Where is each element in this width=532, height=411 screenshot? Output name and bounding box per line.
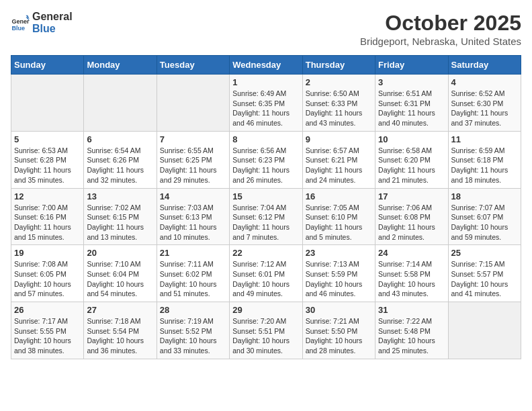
day-number: 4 bbox=[451, 77, 518, 87]
calendar-cell bbox=[448, 302, 521, 359]
calendar-cell: 1Sunrise: 6:49 AMSunset: 6:35 PMDaylight… bbox=[230, 75, 302, 132]
location-subtitle: Bridgeport, Nebraska, United States bbox=[360, 36, 521, 47]
day-info: Sunrise: 7:21 AMSunset: 5:50 PMDaylight:… bbox=[306, 316, 372, 356]
calendar-cell: 12Sunrise: 7:00 AMSunset: 6:16 PMDayligh… bbox=[11, 188, 84, 245]
day-number: 25 bbox=[451, 248, 518, 258]
logo-general-text: General bbox=[32, 11, 73, 23]
day-number: 2 bbox=[306, 77, 372, 87]
week-row-5: 26Sunrise: 7:17 AMSunset: 5:55 PMDayligh… bbox=[11, 302, 521, 359]
day-info: Sunrise: 6:58 AMSunset: 6:20 PMDaylight:… bbox=[378, 146, 445, 185]
weekday-header-friday: Friday bbox=[375, 56, 448, 75]
calendar-cell: 31Sunrise: 7:22 AMSunset: 5:48 PMDayligh… bbox=[375, 302, 448, 359]
day-info: Sunrise: 6:51 AMSunset: 6:31 PMDaylight:… bbox=[378, 89, 445, 128]
day-info: Sunrise: 6:50 AMSunset: 6:33 PMDaylight:… bbox=[306, 89, 372, 128]
day-info: Sunrise: 6:57 AMSunset: 6:21 PMDaylight:… bbox=[306, 146, 372, 185]
day-number: 16 bbox=[306, 191, 372, 201]
logo-blue-text: Blue bbox=[32, 23, 73, 35]
calendar-cell: 27Sunrise: 7:18 AMSunset: 5:54 PMDayligh… bbox=[84, 302, 157, 359]
weekday-header-tuesday: Tuesday bbox=[157, 56, 229, 75]
calendar-cell: 20Sunrise: 7:10 AMSunset: 6:04 PMDayligh… bbox=[84, 245, 157, 302]
day-number: 23 bbox=[306, 248, 372, 258]
calendar-cell: 8Sunrise: 6:56 AMSunset: 6:23 PMDaylight… bbox=[230, 131, 302, 188]
day-info: Sunrise: 7:00 AMSunset: 6:16 PMDaylight:… bbox=[14, 203, 81, 242]
day-number: 1 bbox=[232, 77, 299, 87]
week-row-2: 5Sunrise: 6:53 AMSunset: 6:28 PMDaylight… bbox=[11, 131, 521, 188]
calendar-cell: 9Sunrise: 6:57 AMSunset: 6:21 PMDaylight… bbox=[302, 131, 375, 188]
calendar-cell: 5Sunrise: 6:53 AMSunset: 6:28 PMDaylight… bbox=[11, 131, 84, 188]
day-info: Sunrise: 6:55 AMSunset: 6:25 PMDaylight:… bbox=[160, 146, 226, 185]
page-header: General Blue General Blue October 2025 B… bbox=[11, 11, 521, 47]
calendar-cell: 23Sunrise: 7:13 AMSunset: 5:59 PMDayligh… bbox=[302, 245, 375, 302]
day-info: Sunrise: 7:04 AMSunset: 6:12 PMDaylight:… bbox=[232, 203, 299, 242]
day-number: 11 bbox=[451, 134, 518, 144]
day-number: 10 bbox=[378, 134, 445, 144]
day-number: 9 bbox=[306, 134, 372, 144]
weekday-header-wednesday: Wednesday bbox=[230, 56, 302, 75]
day-info: Sunrise: 6:59 AMSunset: 6:18 PMDaylight:… bbox=[451, 146, 518, 185]
calendar-cell: 16Sunrise: 7:05 AMSunset: 6:10 PMDayligh… bbox=[302, 188, 375, 245]
day-info: Sunrise: 7:10 AMSunset: 6:04 PMDaylight:… bbox=[87, 259, 153, 299]
calendar-body: 1Sunrise: 6:49 AMSunset: 6:35 PMDaylight… bbox=[11, 75, 521, 359]
calendar-cell: 19Sunrise: 7:08 AMSunset: 6:05 PMDayligh… bbox=[11, 245, 84, 302]
day-info: Sunrise: 7:02 AMSunset: 6:15 PMDaylight:… bbox=[87, 203, 153, 242]
day-info: Sunrise: 7:07 AMSunset: 6:07 PMDaylight:… bbox=[451, 203, 518, 242]
calendar-cell: 17Sunrise: 7:06 AMSunset: 6:08 PMDayligh… bbox=[375, 188, 448, 245]
day-info: Sunrise: 6:54 AMSunset: 6:26 PMDaylight:… bbox=[87, 146, 153, 185]
day-info: Sunrise: 7:08 AMSunset: 6:05 PMDaylight:… bbox=[14, 259, 81, 299]
calendar-cell bbox=[84, 75, 157, 132]
day-number: 26 bbox=[14, 305, 81, 315]
calendar-cell: 21Sunrise: 7:11 AMSunset: 6:02 PMDayligh… bbox=[157, 245, 229, 302]
week-row-1: 1Sunrise: 6:49 AMSunset: 6:35 PMDaylight… bbox=[11, 75, 521, 132]
weekday-header-sunday: Sunday bbox=[11, 56, 84, 75]
logo-icon: General Blue bbox=[11, 13, 30, 32]
day-number: 20 bbox=[87, 248, 153, 258]
calendar-cell: 29Sunrise: 7:20 AMSunset: 5:51 PMDayligh… bbox=[230, 302, 302, 359]
day-info: Sunrise: 6:56 AMSunset: 6:23 PMDaylight:… bbox=[232, 146, 299, 185]
day-info: Sunrise: 7:11 AMSunset: 6:02 PMDaylight:… bbox=[160, 259, 226, 299]
weekday-row: SundayMondayTuesdayWednesdayThursdayFrid… bbox=[11, 56, 521, 75]
calendar-cell: 7Sunrise: 6:55 AMSunset: 6:25 PMDaylight… bbox=[157, 131, 229, 188]
calendar-cell: 6Sunrise: 6:54 AMSunset: 6:26 PMDaylight… bbox=[84, 131, 157, 188]
day-info: Sunrise: 7:20 AMSunset: 5:51 PMDaylight:… bbox=[232, 316, 299, 356]
day-info: Sunrise: 7:03 AMSunset: 6:13 PMDaylight:… bbox=[160, 203, 226, 242]
day-info: Sunrise: 6:53 AMSunset: 6:28 PMDaylight:… bbox=[14, 146, 81, 185]
day-info: Sunrise: 7:06 AMSunset: 6:08 PMDaylight:… bbox=[378, 203, 445, 242]
calendar-cell: 28Sunrise: 7:19 AMSunset: 5:52 PMDayligh… bbox=[157, 302, 229, 359]
day-number: 18 bbox=[451, 191, 518, 201]
day-number: 7 bbox=[160, 134, 226, 144]
day-number: 15 bbox=[232, 191, 299, 201]
day-number: 3 bbox=[378, 77, 445, 87]
day-info: Sunrise: 7:18 AMSunset: 5:54 PMDaylight:… bbox=[87, 316, 153, 356]
day-info: Sunrise: 7:05 AMSunset: 6:10 PMDaylight:… bbox=[306, 203, 372, 242]
day-info: Sunrise: 6:52 AMSunset: 6:30 PMDaylight:… bbox=[451, 89, 518, 128]
calendar-cell: 24Sunrise: 7:14 AMSunset: 5:58 PMDayligh… bbox=[375, 245, 448, 302]
calendar-cell: 30Sunrise: 7:21 AMSunset: 5:50 PMDayligh… bbox=[302, 302, 375, 359]
day-number: 14 bbox=[160, 191, 226, 201]
day-number: 28 bbox=[160, 305, 226, 315]
day-number: 12 bbox=[14, 191, 81, 201]
day-info: Sunrise: 7:19 AMSunset: 5:52 PMDaylight:… bbox=[160, 316, 226, 356]
week-row-4: 19Sunrise: 7:08 AMSunset: 6:05 PMDayligh… bbox=[11, 245, 521, 302]
day-number: 29 bbox=[232, 305, 299, 315]
calendar-cell: 3Sunrise: 6:51 AMSunset: 6:31 PMDaylight… bbox=[375, 75, 448, 132]
calendar-cell bbox=[11, 75, 84, 132]
day-info: Sunrise: 6:49 AMSunset: 6:35 PMDaylight:… bbox=[232, 89, 299, 128]
day-number: 22 bbox=[232, 248, 299, 258]
calendar-header: SundayMondayTuesdayWednesdayThursdayFrid… bbox=[11, 56, 521, 75]
calendar-cell: 2Sunrise: 6:50 AMSunset: 6:33 PMDaylight… bbox=[302, 75, 375, 132]
calendar-cell: 22Sunrise: 7:12 AMSunset: 6:01 PMDayligh… bbox=[230, 245, 302, 302]
calendar-cell: 26Sunrise: 7:17 AMSunset: 5:55 PMDayligh… bbox=[11, 302, 84, 359]
calendar-table: SundayMondayTuesdayWednesdayThursdayFrid… bbox=[11, 55, 521, 359]
day-number: 27 bbox=[87, 305, 153, 315]
calendar-cell: 18Sunrise: 7:07 AMSunset: 6:07 PMDayligh… bbox=[448, 188, 521, 245]
day-number: 17 bbox=[378, 191, 445, 201]
day-info: Sunrise: 7:15 AMSunset: 5:57 PMDaylight:… bbox=[451, 259, 518, 299]
day-number: 30 bbox=[306, 305, 372, 315]
day-number: 24 bbox=[378, 248, 445, 258]
calendar-cell: 13Sunrise: 7:02 AMSunset: 6:15 PMDayligh… bbox=[84, 188, 157, 245]
title-block: October 2025 Bridgeport, Nebraska, Unite… bbox=[360, 11, 521, 47]
weekday-header-monday: Monday bbox=[84, 56, 157, 75]
calendar-cell: 15Sunrise: 7:04 AMSunset: 6:12 PMDayligh… bbox=[230, 188, 302, 245]
logo: General Blue General Blue bbox=[11, 11, 73, 34]
day-number: 13 bbox=[87, 191, 153, 201]
